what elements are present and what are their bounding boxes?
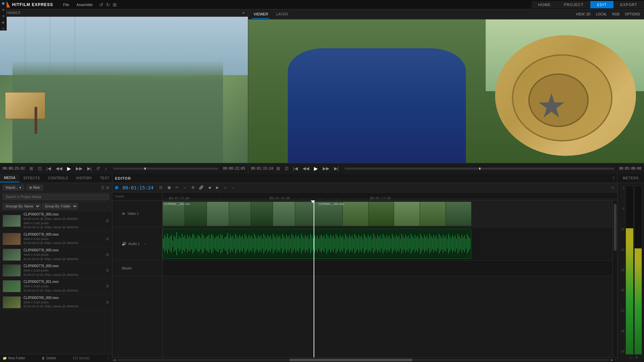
grid-icon[interactable]: ⊞ [113, 2, 117, 7]
audio-expand-icon[interactable]: ≈ [144, 242, 146, 246]
viewer-next-frame[interactable]: ▶▶ [321, 165, 331, 172]
tool-add[interactable]: + [222, 184, 229, 191]
grid-view-btn[interactable]: ⊞ [106, 185, 109, 190]
menu-bar: File Assemble ↺ ↻ ⊞ [57, 1, 122, 8]
media-settings-icon[interactable]: ⚙ [106, 219, 109, 223]
video-visibility-icon[interactable]: 👁 [122, 212, 125, 216]
new-button[interactable]: ⊕ New [26, 185, 43, 190]
scroll-right-btn[interactable]: ▶ [611, 358, 613, 362]
out-point-btn[interactable]: ⊡ [37, 165, 43, 172]
next-frame-btn[interactable]: ▶▶ [74, 165, 84, 172]
video-track-row[interactable]: CLIP0000..._061.mov [163, 200, 612, 227]
nav-home[interactable]: HOME [532, 1, 557, 8]
tab-effects[interactable]: EFFECTS [19, 174, 44, 182]
audio-btn[interactable]: ♪ [103, 165, 108, 172]
list-item[interactable]: CLIP0000779_001.mov 3840 x 2160 pixels 0… [0, 279, 112, 294]
go-start-btn[interactable]: |◀ [45, 165, 52, 172]
group-select[interactable]: Group By: Folder [42, 203, 78, 209]
tab-history[interactable]: HISTORY [72, 174, 96, 182]
tool-snap[interactable]: ⊞ [190, 184, 197, 191]
rgb-dropdown[interactable]: RGB [612, 12, 620, 16]
viewer-go-start[interactable]: |◀ [292, 165, 299, 172]
sync-scroll-btn[interactable]: ↑ [615, 358, 616, 362]
import-button[interactable]: Import... ▾ [3, 185, 24, 190]
search-bar-area [0, 192, 112, 202]
viewer-scrubbar[interactable] [344, 168, 614, 170]
list-view-btn[interactable]: ☰ [101, 185, 105, 190]
nav-edit[interactable]: EDIT [590, 1, 613, 8]
arrange-select[interactable]: Arrange By: Name [3, 203, 41, 209]
h-scroll-track[interactable] [117, 359, 609, 361]
tab-layer[interactable]: LAYER [275, 10, 289, 19]
editor-settings-icon[interactable]: ? [612, 176, 614, 181]
video-clip-1[interactable]: CLIP0000..._061.mov [163, 202, 317, 226]
tab-controls[interactable]: CONTROLS [44, 174, 72, 182]
viewer-out-btn[interactable]: ⊡ [283, 165, 290, 172]
preview-section: TRIMMER ✕ [0, 9, 644, 174]
tool-next[interactable]: ▶ [214, 184, 221, 191]
sync-icon[interactable]: ↑ [107, 356, 109, 361]
tab-viewer[interactable]: VIEWER [252, 10, 269, 19]
svg-rect-112 [294, 238, 295, 249]
nav-export[interactable]: EXPORT [613, 1, 644, 8]
tool-select[interactable]: ⊡ [158, 184, 164, 191]
tab-text[interactable]: TEXT [96, 174, 113, 182]
tool-remove[interactable]: − [230, 184, 237, 191]
prev-frame-btn[interactable]: ◀◀ [54, 165, 64, 172]
scroll-left-btn[interactable]: ◀ [113, 358, 116, 362]
media-settings-icon[interactable]: ⚙ [106, 252, 109, 257]
viewer-prev-frame[interactable]: ◀◀ [301, 165, 311, 172]
tab-media[interactable]: MEDIA [0, 174, 19, 182]
search-input[interactable] [3, 194, 109, 200]
svg-rect-146 [340, 235, 340, 253]
svg-rect-242 [468, 236, 469, 251]
list-item[interactable]: CLIP0000780_000.mov 3840 x 2160 pixels 0… [0, 295, 112, 310]
delete-button[interactable]: 🗑 Delete [42, 356, 56, 360]
trimmer-close-icon[interactable]: ✕ [242, 11, 245, 15]
menu-file[interactable]: File [60, 1, 72, 8]
media-settings-icon[interactable]: ⚙ [106, 300, 109, 305]
media-settings-icon[interactable]: ⚙ [106, 237, 109, 241]
audio-clip-1[interactable] [163, 229, 471, 259]
ruler-main[interactable]: 00:01:15:00 00:01:16:00 00:01:17:00 [163, 192, 617, 200]
viewer-in-btn[interactable]: ⊞ [275, 165, 281, 172]
new-folder-button[interactable]: 📁 New Folder [3, 356, 25, 360]
tool-slip[interactable]: ↔ [182, 184, 189, 191]
tool-prev[interactable]: ◀ [206, 184, 213, 191]
audio-track-row[interactable] [163, 227, 612, 261]
tool-link[interactable]: 🔗 [198, 184, 205, 191]
local-dropdown[interactable]: LOCAL [596, 12, 607, 16]
loop-btn[interactable]: ↺ [95, 165, 101, 172]
viewer-go-end[interactable]: ▶| [333, 165, 340, 172]
svg-rect-120 [305, 235, 306, 253]
in-point-btn[interactable]: ⊞ [28, 165, 35, 172]
tool-track[interactable]: ▣ [166, 184, 172, 191]
list-item[interactable]: CLIP0000778_000.mov 3840 x 2160 pixels 0… [0, 231, 112, 247]
media-settings-icon[interactable]: ⚙ [106, 268, 109, 273]
list-item[interactable]: CLIP0000778_000.mov 3840 x 2160 pixels 0… [0, 247, 112, 263]
list-item[interactable]: CLIP0000779_000.mov 3840 x 2160 pixels 0… [0, 263, 112, 279]
options-dropdown[interactable]: OPTIONS [625, 12, 640, 16]
undo-icon[interactable]: ↺ [99, 2, 103, 7]
media-settings-icon[interactable]: ⚙ [106, 284, 109, 289]
svg-rect-201 [413, 238, 414, 249]
video-clip-2[interactable]: CLIP0000..._001.mov [317, 202, 471, 226]
view-mode-dropdown[interactable]: VIEW: 2D [576, 12, 591, 16]
svg-rect-160 [359, 235, 359, 253]
nav-project[interactable]: PROJECT [557, 1, 590, 8]
viewer-play[interactable]: ▶ [313, 165, 319, 172]
list-item[interactable]: CLIP0000776_000.mov 00:00:13:01 @ 25fps,… [0, 211, 112, 231]
v-scrollbar[interactable] [612, 200, 617, 357]
sort-icon[interactable]: ↕ [108, 204, 109, 208]
trimmer-scrubbar[interactable] [113, 168, 218, 170]
editor-close-icon[interactable]: ✕ [611, 185, 614, 190]
scale-label: -30 [620, 269, 624, 272]
tool-razor[interactable]: ✂ [174, 184, 180, 191]
play-btn[interactable]: ▶ [66, 165, 72, 172]
menu-assemble[interactable]: Assemble [73, 1, 96, 8]
audio-mute-icon[interactable]: 🔊 [122, 242, 126, 246]
redo-icon[interactable]: ↻ [106, 2, 110, 7]
go-end-btn[interactable]: ▶| [86, 165, 93, 172]
media-meta: 3840 x 2160 pixels [23, 237, 103, 241]
left-footer: 📁 New Folder 🗑 Delete 131 Item(s) ↑ [0, 354, 112, 362]
